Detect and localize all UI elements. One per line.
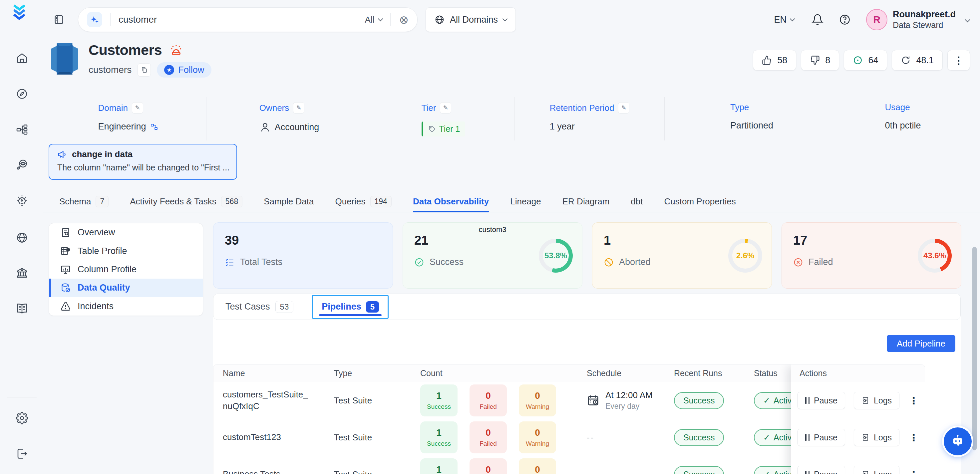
meta-retention-value: 1 year — [550, 121, 575, 132]
entity-meta-strip: Domain✎ Engineering Owners✎ Accounting T… — [50, 97, 967, 140]
edit-tier-icon[interactable]: ✎ — [440, 102, 451, 113]
global-search-bar[interactable]: All ⊗ — [78, 7, 418, 32]
search-input[interactable] — [119, 14, 365, 25]
aborted-tests-card: 1 Aborted 2.6% — [592, 222, 772, 289]
logs-button[interactable]: Logs — [854, 392, 899, 409]
success-donut: 53.8% — [539, 239, 573, 273]
edit-domain-icon[interactable]: ✎ — [132, 102, 143, 113]
chevron-down-icon — [503, 16, 508, 21]
meta-owners-value[interactable]: Accounting — [259, 121, 319, 133]
entity-more-menu-button[interactable]: ⋮ — [947, 50, 970, 71]
copy-name-button[interactable] — [137, 63, 151, 76]
tier-badge[interactable]: Tier 1 — [422, 121, 466, 137]
add-pipeline-button[interactable]: Add Pipeline — [887, 335, 955, 352]
all-domains-button[interactable]: All Domains — [426, 7, 516, 32]
pause-icon — [805, 471, 810, 474]
pipeline-name-link[interactable]: Business Tests — [213, 468, 325, 474]
pipeline-recent-run: Success — [665, 392, 745, 409]
vertical-scrollbar[interactable] — [972, 247, 977, 450]
profile-score-button[interactable]: 48.1 — [892, 50, 943, 71]
logs-icon — [861, 433, 869, 441]
pause-button[interactable]: Pause — [797, 392, 845, 409]
views-button[interactable]: 64 — [844, 50, 887, 71]
success-card-tooltip: custom3 — [403, 225, 582, 234]
search-clear-icon[interactable]: ⊗ — [399, 14, 409, 25]
tab-queries[interactable]: Queries194 — [335, 191, 391, 212]
sidemenu-item-table-profile[interactable]: Table Profile — [49, 242, 203, 260]
row-more-menu-icon[interactable]: ⋮ — [909, 469, 919, 474]
announcement-card[interactable]: change in data The column "name" will be… — [49, 144, 237, 180]
user-avatar[interactable]: R — [866, 9, 888, 30]
tab-dbt[interactable]: dbt — [631, 191, 643, 212]
row-more-menu-icon[interactable]: ⋮ — [909, 395, 919, 406]
tab-custom-properties[interactable]: Custom Properties — [664, 191, 736, 212]
check-icon: ✓ — [763, 396, 770, 406]
chevron-down-icon — [378, 16, 383, 21]
nav-insights-icon[interactable] — [16, 194, 28, 207]
tab-er-diagram[interactable]: ER Diagram — [562, 191, 610, 212]
nav-observability-icon[interactable] — [16, 159, 28, 172]
help-icon[interactable] — [839, 14, 851, 25]
success-percentage: 53.8% — [543, 243, 569, 269]
logout-icon[interactable] — [16, 447, 28, 460]
edit-owners-icon[interactable]: ✎ — [293, 102, 304, 113]
chat-assistant-button[interactable] — [944, 428, 972, 455]
check-icon: ✓ — [763, 433, 770, 442]
calendar-clock-icon — [587, 394, 600, 407]
notifications-bell-icon[interactable] — [811, 14, 824, 25]
col-schedule: Schedule — [578, 369, 665, 378]
sidemenu-item-overview[interactable]: Overview — [49, 223, 203, 242]
tab-data-observability[interactable]: Data Observability — [413, 191, 489, 212]
search-scope-dropdown[interactable]: All — [365, 14, 382, 25]
entity-name: customers — [89, 65, 132, 75]
nav-govern-icon[interactable] — [16, 267, 28, 279]
tab-lineage[interactable]: Lineage — [510, 191, 541, 212]
nav-domains-icon[interactable] — [16, 231, 28, 244]
status-badge: Success — [674, 392, 724, 409]
total-tests-label: Total Tests — [240, 257, 282, 267]
settings-icon[interactable] — [16, 412, 28, 425]
pipeline-name-link[interactable]: customers_TestSuite_nuQfxIqC — [213, 389, 325, 412]
subtab-test-cases[interactable]: Test Cases 53 — [226, 301, 293, 313]
sidemenu-item-column-profile[interactable]: Column Profile — [49, 260, 203, 278]
search-divider — [390, 13, 391, 26]
nav-glossary-icon[interactable] — [16, 302, 28, 315]
total-tests-card: 39 Total Tests — [213, 222, 393, 289]
megaphone-icon — [57, 150, 67, 159]
logs-button[interactable]: Logs — [854, 429, 899, 446]
follow-button[interactable]: ★ Follow — [157, 62, 212, 78]
subtab-pipelines[interactable]: Pipelines 5 — [312, 295, 388, 319]
nav-explore-icon[interactable] — [16, 87, 28, 100]
user-menu-chevron-icon[interactable] — [965, 17, 970, 22]
tab-sample-data[interactable]: Sample Data — [264, 191, 314, 212]
meta-type-value: Partitioned — [730, 121, 773, 131]
downvote-button[interactable]: 8 — [801, 50, 839, 71]
pipeline-schedule: At 12:00 AMEvery day — [578, 390, 665, 411]
row-more-menu-icon[interactable]: ⋮ — [909, 432, 919, 444]
language-dropdown[interactable]: EN — [774, 14, 794, 25]
announcement-alert-icon[interactable] — [169, 43, 183, 57]
pipeline-type: Test Suite — [325, 396, 411, 406]
upvote-button[interactable]: 58 — [753, 50, 796, 71]
sidemenu-item-data-quality[interactable]: Data Quality — [49, 278, 203, 297]
meta-domain-value[interactable]: Engineering — [98, 121, 158, 132]
nav-lineage-icon[interactable] — [16, 123, 28, 136]
tag-icon — [429, 126, 436, 133]
pipeline-name-link[interactable]: customTest123 — [213, 431, 325, 443]
app-logo-icon[interactable] — [11, 4, 27, 20]
tab-schema[interactable]: Schema7 — [59, 191, 108, 212]
pause-button[interactable]: Pause — [797, 429, 845, 446]
failed-percentage: 43.6% — [922, 243, 948, 269]
sidemenu-item-incidents[interactable]: Incidents — [49, 297, 203, 316]
meta-type-label: Type — [730, 102, 749, 113]
tab-activity-feeds[interactable]: Activity Feeds & Tasks568 — [130, 191, 242, 212]
left-rail — [0, 0, 43, 474]
pause-button[interactable]: Pause — [797, 466, 845, 474]
user-info[interactable]: Rounakpreet.d Data Steward — [893, 9, 956, 30]
sidebar-toggle-icon[interactable] — [52, 13, 66, 27]
search-divider — [110, 13, 111, 26]
nav-home-icon[interactable] — [16, 52, 28, 65]
edit-retention-icon[interactable]: ✎ — [618, 102, 629, 113]
logs-button[interactable]: Logs — [854, 466, 899, 474]
announcement-title: change in data — [72, 149, 132, 159]
